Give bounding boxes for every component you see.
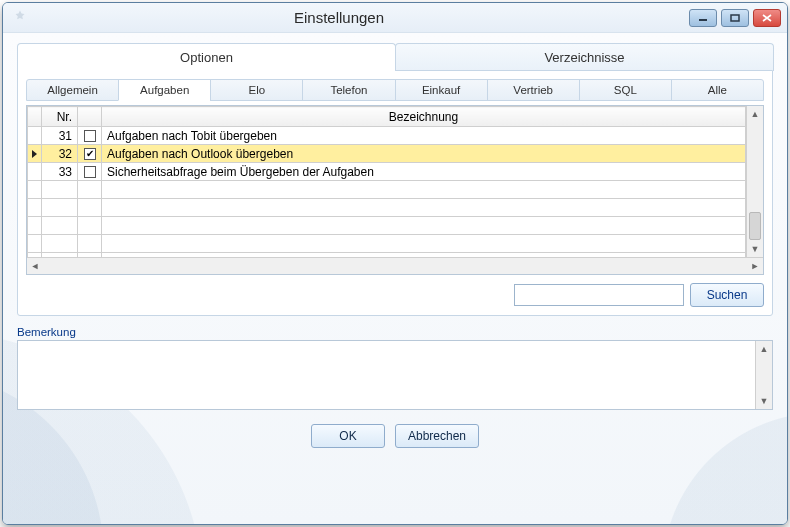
row-indicator (28, 145, 42, 163)
table-row-empty (28, 199, 746, 217)
grid-header-check (78, 107, 102, 127)
scroll-down-icon: ▼ (751, 241, 760, 257)
grid-hscrollbar[interactable]: ◄ ► (27, 257, 763, 274)
close-button[interactable] (753, 9, 781, 27)
search-row: Suchen (26, 283, 764, 307)
tab-optionen[interactable]: Optionen (17, 43, 396, 71)
scroll-right-icon: ► (747, 261, 763, 271)
grid-vscrollbar[interactable]: ▲ ▼ (746, 106, 763, 257)
close-icon (762, 14, 772, 22)
table-row[interactable]: 33Sicherheitsabfrage beim Übergeben der … (28, 163, 746, 181)
cell-checkbox (78, 127, 102, 145)
remark-vscrollbar[interactable]: ▲ ▼ (755, 341, 772, 409)
settings-grid: Nr. Bezeichnung 31Aufgaben nach Tobit üb… (26, 105, 764, 275)
search-input[interactable] (514, 284, 684, 306)
svg-rect-1 (731, 15, 739, 21)
cell-nr: 33 (42, 163, 78, 181)
subtab-aufgaben[interactable]: Aufgaben (118, 79, 211, 101)
cancel-button[interactable]: Abbrechen (395, 424, 479, 448)
scroll-left-icon: ◄ (27, 261, 43, 271)
cell-nr: 31 (42, 127, 78, 145)
subtab-alle[interactable]: Alle (671, 79, 764, 101)
settings-window: Einstellungen Optionen Verzeichnisse All… (2, 2, 788, 525)
grid-header-nr[interactable]: Nr. (42, 107, 78, 127)
minimize-button[interactable] (689, 9, 717, 27)
remark-textarea[interactable] (18, 341, 755, 409)
table-row-empty (28, 235, 746, 253)
grid-header-indicator (28, 107, 42, 127)
client-area: Optionen Verzeichnisse Allgemein Aufgabe… (3, 33, 787, 524)
tab-verzeichnisse[interactable]: Verzeichnisse (395, 43, 774, 71)
titlebar: Einstellungen (3, 3, 787, 33)
remark-box: ▲ ▼ (17, 340, 773, 410)
subtab-einkauf[interactable]: Einkauf (395, 79, 488, 101)
ok-button[interactable]: OK (311, 424, 385, 448)
scroll-up-icon: ▲ (760, 341, 769, 357)
current-row-icon (32, 150, 37, 158)
maximize-icon (730, 14, 740, 22)
table-row[interactable]: 31Aufgaben nach Tobit übergeben (28, 127, 746, 145)
option-checkbox[interactable] (84, 166, 96, 178)
scroll-down-icon: ▼ (760, 393, 769, 409)
table-row-empty (28, 217, 746, 235)
main-panel: Allgemein Aufgaben Elo Telefon Einkauf V… (17, 70, 773, 316)
subtab-allgemein[interactable]: Allgemein (26, 79, 119, 101)
cell-label: Aufgaben nach Outlook übergeben (102, 145, 746, 163)
sub-tabs: Allgemein Aufgaben Elo Telefon Einkauf V… (26, 79, 764, 101)
cell-checkbox (78, 163, 102, 181)
subtab-telefon[interactable]: Telefon (302, 79, 395, 101)
cell-label: Sicherheitsabfrage beim Übergeben der Au… (102, 163, 746, 181)
option-checkbox[interactable] (84, 130, 96, 142)
option-checkbox[interactable]: ✔ (84, 148, 96, 160)
cell-checkbox: ✔ (78, 145, 102, 163)
cell-label: Aufgaben nach Tobit übergeben (102, 127, 746, 145)
dialog-buttons: OK Abbrechen (17, 410, 773, 448)
grid-header-bezeichnung[interactable]: Bezeichnung (102, 107, 746, 127)
search-button[interactable]: Suchen (690, 283, 764, 307)
table-row[interactable]: 32✔Aufgaben nach Outlook übergeben (28, 145, 746, 163)
scroll-up-icon: ▲ (751, 106, 760, 122)
row-indicator (28, 163, 42, 181)
subtab-vertrieb[interactable]: Vertrieb (487, 79, 580, 101)
table-row-empty (28, 181, 746, 199)
row-indicator (28, 127, 42, 145)
remark-label: Bemerkung (17, 326, 773, 338)
window-title: Einstellungen (2, 9, 689, 26)
scroll-thumb[interactable] (749, 212, 761, 240)
minimize-icon (698, 14, 708, 22)
maximize-button[interactable] (721, 9, 749, 27)
subtab-sql[interactable]: SQL (579, 79, 672, 101)
main-tabs: Optionen Verzeichnisse (17, 43, 773, 71)
svg-rect-0 (699, 19, 707, 21)
cell-nr: 32 (42, 145, 78, 163)
subtab-elo[interactable]: Elo (210, 79, 303, 101)
